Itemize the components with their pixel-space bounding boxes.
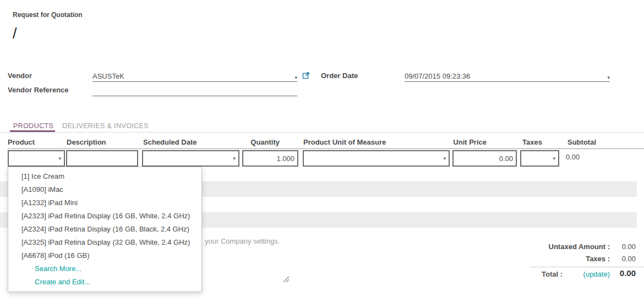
uom-cell[interactable]: ▾ <box>303 150 450 167</box>
table-header-divider <box>8 148 644 149</box>
terms-note-text: your Company settings. <box>205 237 280 245</box>
taxes-total-value: 0.00 <box>622 255 636 263</box>
product-autocomplete-dropdown: [1] Ice Cream [A1090] iMac [A1232] iPad … <box>8 167 202 292</box>
rfq-form: Request for Quotation / Vendor ▾ Order D… <box>0 0 644 303</box>
dropdown-item[interactable]: [A2325] iPad Retina Display (32 GB, Whit… <box>8 236 201 249</box>
order-date-input[interactable] <box>405 72 605 80</box>
vendor-reference-field[interactable] <box>92 84 297 96</box>
total-label: Total : <box>542 270 563 278</box>
description-input[interactable] <box>70 155 134 163</box>
col-header-taxes: Taxes <box>522 138 542 146</box>
tab-products[interactable]: PRODUCTS <box>13 122 53 130</box>
chevron-down-icon[interactable]: ▾ <box>58 156 61 161</box>
col-header-quantity: Quantity <box>225 138 280 146</box>
chevron-down-icon[interactable]: ▾ <box>443 156 446 161</box>
tabbar-divider <box>0 132 644 133</box>
col-header-description: Description <box>67 138 106 146</box>
vendor-reference-label: Vendor Reference <box>8 86 69 94</box>
page-title: Request for Quotation <box>13 11 83 19</box>
description-cell[interactable] <box>66 150 138 167</box>
untaxed-amount-label: Untaxed Amount : <box>549 243 610 251</box>
tab-deliveries-invoices[interactable]: DELIVERIES & INVOICES <box>62 122 149 130</box>
product-cell[interactable]: ▾ <box>8 150 65 167</box>
unit-price-cell[interactable] <box>452 150 517 167</box>
search-more-option[interactable]: Search More... <box>8 262 201 276</box>
chevron-down-icon[interactable]: ▾ <box>233 156 236 161</box>
dropdown-item[interactable]: [A1090] iMac <box>8 183 201 196</box>
dropdown-item[interactable]: [A2324] iPad Retina Display (16 GB, Blac… <box>8 223 201 236</box>
chevron-down-icon[interactable]: ▾ <box>607 75 610 80</box>
vendor-field[interactable]: ▾ <box>92 70 297 82</box>
vendor-input[interactable] <box>92 72 292 80</box>
dropdown-item[interactable]: [A1232] iPad Mini <box>8 196 201 210</box>
unit-price-input[interactable] <box>456 155 513 163</box>
update-total-link[interactable]: (update) <box>583 270 610 278</box>
dropdown-item[interactable]: [A2323] iPad Retina Display (16 GB, Whit… <box>8 210 201 223</box>
untaxed-amount-value: 0.00 <box>622 243 636 251</box>
summary-divider <box>530 267 644 267</box>
taxes-input[interactable] <box>524 155 550 163</box>
vendor-reference-input[interactable] <box>92 86 297 95</box>
record-name-field[interactable]: / <box>13 25 17 42</box>
dropdown-item[interactable]: [A6678] iPod (16 GB) <box>8 249 201 262</box>
chevron-down-icon[interactable]: ▾ <box>553 156 555 161</box>
taxes-cell[interactable]: ▾ <box>520 150 559 167</box>
order-date-label: Order Date <box>321 71 358 80</box>
col-header-uom: Product Unit of Measure <box>303 138 386 146</box>
subtotal-value: 0.00 <box>566 153 580 161</box>
quantity-input[interactable] <box>246 155 294 163</box>
chevron-down-icon[interactable]: ▾ <box>294 75 297 80</box>
order-date-field[interactable]: ▾ <box>405 70 610 82</box>
vendor-label: Vendor <box>8 71 32 80</box>
col-header-subtotal: Subtotal <box>567 138 596 146</box>
create-and-edit-option[interactable]: Create and Edit... <box>8 276 201 289</box>
textarea-resize-grip-icon[interactable] <box>282 275 290 283</box>
scheduled-date-cell[interactable]: ▾ <box>142 150 239 167</box>
total-value: 0.00 <box>620 268 636 278</box>
col-header-product: Product <box>8 138 35 146</box>
taxes-total-label: Taxes : <box>586 255 610 263</box>
col-header-unit-price: Unit Price <box>432 138 487 146</box>
product-input[interactable] <box>12 155 56 163</box>
col-header-scheduled-date: Scheduled Date <box>143 138 197 146</box>
scheduled-date-input[interactable] <box>146 155 231 163</box>
uom-input[interactable] <box>307 155 441 163</box>
dropdown-item[interactable]: [1] Ice Cream <box>8 170 201 183</box>
quantity-cell[interactable] <box>242 150 298 167</box>
external-link-icon[interactable] <box>302 71 310 79</box>
